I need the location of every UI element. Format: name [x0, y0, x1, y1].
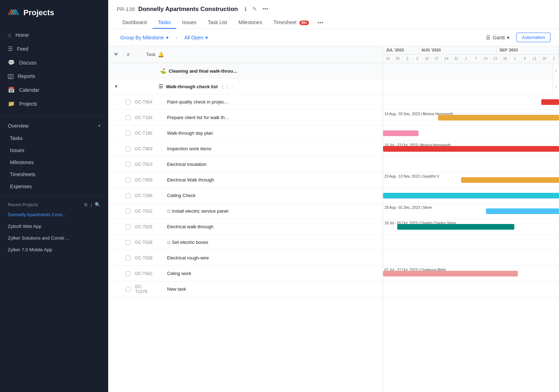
sidebar-item-calendar[interactable]: 📅 Calendar	[0, 83, 108, 97]
gantt-chevron-icon: ▾	[507, 35, 509, 40]
tab-task-list[interactable]: Task List	[202, 17, 233, 29]
milestone-icon: ⛳	[160, 68, 166, 74]
section-collapse-icon[interactable]: ▾	[115, 84, 117, 89]
sidebar-item-discuss[interactable]: 💬 Discuss	[0, 56, 108, 69]
table-row: DC-T1079 New task	[108, 281, 383, 297]
filter-button[interactable]: All Open ▾	[181, 33, 212, 42]
tab-issues[interactable]: Issues	[176, 17, 202, 29]
table-row: DC-T183 Prepare client list for walk th…	[108, 110, 383, 125]
automation-button[interactable]: Automation	[516, 33, 550, 42]
gantt-collapse-handle-2[interactable]: ‹	[553, 79, 559, 94]
gantt-row-dc-t183: 14 Aug - 03 Dec, 2023 | Monica Hemsworth	[383, 110, 559, 125]
more-options-icon[interactable]: •••	[261, 5, 270, 13]
gantt-month-jul: JUL '2023	[383, 46, 419, 54]
gantt-month-aug: AUG '2023	[419, 46, 497, 54]
gantt-day: 14	[481, 55, 491, 63]
collapse-all-button[interactable]	[108, 52, 124, 57]
gantt-bar-183[interactable]	[438, 115, 559, 121]
table-row: DC-T904 Paint quality check in projec…	[108, 94, 383, 110]
gantt-header: JUL '2023 AUG '2023 SEP '2023 19 26 3 3 …	[383, 46, 559, 63]
gantt-bar-186[interactable]	[383, 130, 419, 136]
filter-label: All Open	[184, 35, 204, 40]
recent-proj-donnelly[interactable]: Donnelly Apartments Cons…	[0, 209, 108, 220]
task-table: # Task 🔔 ⛳ Cleaning and final walk-throu…	[108, 46, 383, 392]
sidebar-item-milestones[interactable]: Milestones	[0, 156, 108, 168]
gantt-chart: JUL '2023 AUG '2023 SEP '2023 19 26 3 3 …	[383, 46, 559, 392]
gantt-bar-626[interactable]	[397, 224, 514, 230]
gantt-row-dc-t642: 07 Jul - 27 Oct, 2023 | Chaitanya Mella	[383, 266, 559, 281]
tab-tasks[interactable]: Tasks	[153, 17, 177, 29]
info-icon[interactable]: ℹ	[243, 5, 248, 13]
recent-proj-zylsoft[interactable]: Zylsoft Web App	[0, 220, 108, 232]
sidebar-item-projects[interactable]: 📁 Projects	[0, 97, 108, 111]
gantt-row-milestone: ‹	[383, 63, 559, 79]
drag-icon[interactable]: ⋮⋮	[220, 84, 229, 89]
gantt-bar-266[interactable]	[383, 193, 559, 198]
recent-projects-actions: ⚙ | 🔍	[84, 202, 100, 207]
sidebar-item-timesheets[interactable]: Timesheets	[0, 168, 108, 180]
overview-section[interactable]: Overview ▾	[0, 119, 108, 132]
sidebar-item-reports[interactable]: Reports	[0, 69, 108, 83]
gantt-day: 3	[413, 55, 422, 63]
gantt-body: ‹ ‹ 21 Sep 14 Aug - 03 Dec, 2023 | Monic…	[383, 63, 559, 392]
hash-column-header: #	[124, 52, 142, 57]
sidebar-item-home[interactable]: ⌂ Home	[0, 28, 108, 42]
gantt-bar-909[interactable]	[461, 177, 559, 183]
sidebar-logo: Projects	[0, 0, 108, 26]
tab-milestones[interactable]: Milestones	[233, 17, 268, 29]
gantt-bar-903[interactable]	[383, 146, 559, 152]
sidebar-item-feed[interactable]: ☰ Feed	[0, 42, 108, 56]
table-row: DC-T266 Ceiling Check	[108, 188, 383, 203]
sidebar-item-expenses[interactable]: Expenses	[0, 180, 108, 192]
project-tabs: Dashboard Tasks Issues Task List Milesto…	[117, 17, 550, 29]
table-row: DC-T632 ⊡ Install electric service panel	[108, 203, 383, 219]
calendar-icon: 📅	[8, 86, 15, 93]
sort-icon[interactable]: ↓	[231, 84, 233, 89]
sidebar-item-label: Home	[16, 32, 29, 38]
table-row: DC-T913 Electrical insulation	[108, 157, 383, 172]
sidebar-item-issues[interactable]: Issues	[0, 144, 108, 156]
group-by-label: Group By Milestone	[120, 35, 164, 40]
gantt-bar-904[interactable]	[541, 99, 559, 105]
filter-icon[interactable]: ⚙	[84, 202, 88, 207]
recent-proj-zylker-mobile[interactable]: Zylker 7.0 Mobile App	[0, 244, 108, 256]
search-icon[interactable]: 🔍	[95, 202, 100, 207]
gantt-day: 10	[422, 55, 432, 63]
gantt-bar-632[interactable]	[486, 208, 559, 214]
gantt-label: Gantt	[493, 35, 505, 40]
subtask-expand-icon[interactable]: ⊡	[167, 209, 171, 214]
sidebar-item-tasks[interactable]: Tasks	[0, 132, 108, 144]
home-icon: ⌂	[8, 32, 11, 38]
gantt-day: 21	[491, 55, 500, 63]
gantt-bar-label-909: 23 Aug - 13 Nov, 2023 | Gayathri V	[383, 174, 439, 178]
logo-text: Projects	[23, 8, 54, 17]
gantt-bar-642[interactable]	[383, 271, 518, 276]
group-by-button[interactable]: Group By Milestone ▾	[117, 33, 172, 42]
gantt-day: 4	[520, 55, 530, 63]
subtask-expand-icon-2[interactable]: ⊡	[167, 240, 171, 245]
filter-chevron-icon: ▾	[205, 35, 208, 40]
gantt-day: 24	[442, 55, 452, 63]
gantt-bar-label-632: 29 Aug - 01 Dec, 2023 | Steve	[383, 206, 432, 209]
project-header: PR-139 Donnelly Apartments Construction …	[108, 0, 559, 29]
table-row: DC-T638 ⊡ Set electric boxes	[108, 235, 383, 250]
gantt-days: 19 26 3 3 10 17 24 31 1 7 14 21 28 1 4 1…	[383, 55, 559, 63]
table-row: DC-T639 Electrical rough-wire	[108, 250, 383, 266]
gantt-day: 1	[461, 55, 471, 63]
tab-timesheet[interactable]: Timesheet 99+	[268, 17, 315, 29]
gantt-container: # Task 🔔 ⛳ Cleaning and final walk-throu…	[108, 46, 559, 392]
gantt-day: 26	[393, 55, 403, 63]
table-row: DC-T626 Electrical walk-through	[108, 219, 383, 235]
edit-icon[interactable]: ✎	[251, 5, 258, 13]
sidebar-nav: ⌂ Home ☰ Feed 💬 Discuss Reports 📅	[0, 26, 108, 113]
gantt-lines-icon: ☰	[486, 35, 491, 40]
notification-icon: 🔔	[158, 52, 164, 57]
tab-dashboard[interactable]: Dashboard	[117, 17, 153, 29]
recent-proj-zylker-solutions[interactable]: Zylker Solutions and Constr…	[0, 232, 108, 244]
gantt-collapse-handle[interactable]: ‹	[553, 63, 559, 78]
toolbar: Group By Milestone ▾ › All Open ▾ ☰ Gant…	[108, 29, 559, 46]
more-tabs-icon[interactable]: •••	[315, 17, 326, 29]
overview-chevron-icon: ▾	[98, 123, 100, 128]
project-id: PR-139	[117, 6, 135, 12]
gantt-view-button[interactable]: ☰ Gantt ▾	[482, 33, 513, 42]
